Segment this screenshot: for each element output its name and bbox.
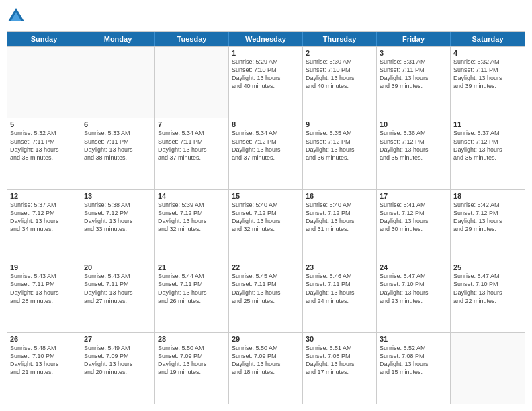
day-number: 14 xyxy=(158,192,226,200)
day-info: Sunrise: 5:50 AM Sunset: 7:09 PM Dayligh… xyxy=(232,344,300,377)
calendar-cell: 23Sunrise: 5:46 AM Sunset: 7:11 PM Dayli… xyxy=(303,261,377,332)
day-number: 2 xyxy=(306,49,373,57)
day-info: Sunrise: 5:46 AM Sunset: 7:11 PM Dayligh… xyxy=(306,272,373,305)
day-number: 22 xyxy=(232,263,300,271)
day-info: Sunrise: 5:40 AM Sunset: 7:12 PM Dayligh… xyxy=(306,201,373,234)
calendar-cell: 18Sunrise: 5:42 AM Sunset: 7:12 PM Dayli… xyxy=(451,190,525,261)
calendar-cell: 15Sunrise: 5:40 AM Sunset: 7:12 PM Dayli… xyxy=(229,190,303,261)
calendar-cell: 22Sunrise: 5:45 AM Sunset: 7:11 PM Dayli… xyxy=(229,261,303,332)
logo xyxy=(7,7,28,26)
day-info: Sunrise: 5:41 AM Sunset: 7:12 PM Dayligh… xyxy=(380,201,447,234)
day-number: 19 xyxy=(10,263,78,271)
day-number: 12 xyxy=(10,192,78,200)
day-number: 15 xyxy=(232,192,300,200)
day-info: Sunrise: 5:37 AM Sunset: 7:12 PM Dayligh… xyxy=(453,129,522,162)
day-number: 3 xyxy=(380,49,447,57)
calendar-row-1: 1Sunrise: 5:29 AM Sunset: 7:10 PM Daylig… xyxy=(7,46,525,118)
day-number: 7 xyxy=(158,120,226,128)
calendar-body: 1Sunrise: 5:29 AM Sunset: 7:10 PM Daylig… xyxy=(7,46,525,404)
day-header-sunday: Sunday xyxy=(7,32,81,46)
day-number: 6 xyxy=(84,120,152,128)
day-info: Sunrise: 5:34 AM Sunset: 7:11 PM Dayligh… xyxy=(158,129,226,162)
calendar-cell xyxy=(155,47,229,118)
calendar-cell: 24Sunrise: 5:47 AM Sunset: 7:10 PM Dayli… xyxy=(377,261,451,332)
calendar-row-2: 5Sunrise: 5:32 AM Sunset: 7:11 PM Daylig… xyxy=(7,118,525,189)
day-number: 8 xyxy=(232,120,300,128)
calendar-cell: 28Sunrise: 5:50 AM Sunset: 7:09 PM Dayli… xyxy=(155,333,229,404)
day-info: Sunrise: 5:31 AM Sunset: 7:11 PM Dayligh… xyxy=(380,58,447,91)
day-number: 24 xyxy=(380,263,447,271)
calendar-row-4: 19Sunrise: 5:43 AM Sunset: 7:11 PM Dayli… xyxy=(7,261,525,332)
day-info: Sunrise: 5:43 AM Sunset: 7:11 PM Dayligh… xyxy=(84,272,152,305)
day-number: 27 xyxy=(84,335,152,343)
day-info: Sunrise: 5:42 AM Sunset: 7:12 PM Dayligh… xyxy=(453,201,522,234)
day-number: 26 xyxy=(10,335,78,343)
day-info: Sunrise: 5:33 AM Sunset: 7:11 PM Dayligh… xyxy=(84,129,152,162)
calendar-cell: 10Sunrise: 5:36 AM Sunset: 7:12 PM Dayli… xyxy=(377,118,451,189)
day-number: 30 xyxy=(306,335,373,343)
day-info: Sunrise: 5:36 AM Sunset: 7:12 PM Dayligh… xyxy=(380,129,447,162)
calendar-cell: 14Sunrise: 5:39 AM Sunset: 7:12 PM Dayli… xyxy=(155,190,229,261)
day-header-friday: Friday xyxy=(377,32,451,46)
day-number: 25 xyxy=(453,263,522,271)
calendar-cell: 13Sunrise: 5:38 AM Sunset: 7:12 PM Dayli… xyxy=(81,190,155,261)
calendar-cell: 25Sunrise: 5:47 AM Sunset: 7:10 PM Dayli… xyxy=(451,261,525,332)
day-number: 29 xyxy=(232,335,300,343)
day-number: 13 xyxy=(84,192,152,200)
day-info: Sunrise: 5:52 AM Sunset: 7:08 PM Dayligh… xyxy=(380,344,447,377)
day-info: Sunrise: 5:49 AM Sunset: 7:09 PM Dayligh… xyxy=(84,344,152,377)
day-info: Sunrise: 5:37 AM Sunset: 7:12 PM Dayligh… xyxy=(10,201,78,234)
calendar-cell: 31Sunrise: 5:52 AM Sunset: 7:08 PM Dayli… xyxy=(377,333,451,404)
calendar-cell: 9Sunrise: 5:35 AM Sunset: 7:12 PM Daylig… xyxy=(303,118,377,189)
day-info: Sunrise: 5:35 AM Sunset: 7:12 PM Dayligh… xyxy=(306,129,373,162)
day-info: Sunrise: 5:50 AM Sunset: 7:09 PM Dayligh… xyxy=(158,344,226,377)
calendar-cell: 1Sunrise: 5:29 AM Sunset: 7:10 PM Daylig… xyxy=(229,47,303,118)
day-info: Sunrise: 5:47 AM Sunset: 7:10 PM Dayligh… xyxy=(453,272,522,305)
day-number: 9 xyxy=(306,120,373,128)
calendar-cell: 4Sunrise: 5:32 AM Sunset: 7:11 PM Daylig… xyxy=(451,47,525,118)
calendar-cell xyxy=(451,333,525,404)
day-info: Sunrise: 5:45 AM Sunset: 7:11 PM Dayligh… xyxy=(232,272,300,305)
day-number: 31 xyxy=(380,335,447,343)
day-number: 18 xyxy=(453,192,522,200)
day-info: Sunrise: 5:29 AM Sunset: 7:10 PM Dayligh… xyxy=(232,58,300,91)
calendar-cell: 5Sunrise: 5:32 AM Sunset: 7:11 PM Daylig… xyxy=(7,118,81,189)
calendar-cell: 20Sunrise: 5:43 AM Sunset: 7:11 PM Dayli… xyxy=(81,261,155,332)
day-number: 10 xyxy=(380,120,447,128)
calendar-cell: 30Sunrise: 5:51 AM Sunset: 7:08 PM Dayli… xyxy=(303,333,377,404)
day-info: Sunrise: 5:51 AM Sunset: 7:08 PM Dayligh… xyxy=(306,344,373,377)
calendar-cell: 19Sunrise: 5:43 AM Sunset: 7:11 PM Dayli… xyxy=(7,261,81,332)
day-header-tuesday: Tuesday xyxy=(155,32,229,46)
logo-icon xyxy=(7,7,26,26)
day-info: Sunrise: 5:47 AM Sunset: 7:10 PM Dayligh… xyxy=(380,272,447,305)
calendar-cell: 6Sunrise: 5:33 AM Sunset: 7:11 PM Daylig… xyxy=(81,118,155,189)
day-info: Sunrise: 5:39 AM Sunset: 7:12 PM Dayligh… xyxy=(158,201,226,234)
calendar-header: SundayMondayTuesdayWednesdayThursdayFrid… xyxy=(7,32,525,46)
calendar-cell xyxy=(7,47,81,118)
calendar-row-3: 12Sunrise: 5:37 AM Sunset: 7:12 PM Dayli… xyxy=(7,189,525,261)
day-info: Sunrise: 5:32 AM Sunset: 7:11 PM Dayligh… xyxy=(10,129,78,162)
day-number: 11 xyxy=(453,120,522,128)
calendar-cell: 8Sunrise: 5:34 AM Sunset: 7:12 PM Daylig… xyxy=(229,118,303,189)
page: SundayMondayTuesdayWednesdayThursdayFrid… xyxy=(0,0,532,411)
day-number: 16 xyxy=(306,192,373,200)
day-info: Sunrise: 5:30 AM Sunset: 7:10 PM Dayligh… xyxy=(306,58,373,91)
header xyxy=(7,7,525,26)
day-info: Sunrise: 5:32 AM Sunset: 7:11 PM Dayligh… xyxy=(453,58,522,91)
day-info: Sunrise: 5:34 AM Sunset: 7:12 PM Dayligh… xyxy=(232,129,300,162)
day-info: Sunrise: 5:40 AM Sunset: 7:12 PM Dayligh… xyxy=(232,201,300,234)
day-number: 4 xyxy=(453,49,522,57)
day-number: 5 xyxy=(10,120,78,128)
calendar-cell: 7Sunrise: 5:34 AM Sunset: 7:11 PM Daylig… xyxy=(155,118,229,189)
day-info: Sunrise: 5:38 AM Sunset: 7:12 PM Dayligh… xyxy=(84,201,152,234)
day-header-saturday: Saturday xyxy=(451,32,525,46)
calendar-cell: 26Sunrise: 5:48 AM Sunset: 7:10 PM Dayli… xyxy=(7,333,81,404)
day-number: 21 xyxy=(158,263,226,271)
day-number: 23 xyxy=(306,263,373,271)
day-number: 17 xyxy=(380,192,447,200)
day-header-wednesday: Wednesday xyxy=(229,32,303,46)
calendar-cell: 29Sunrise: 5:50 AM Sunset: 7:09 PM Dayli… xyxy=(229,333,303,404)
calendar-row-5: 26Sunrise: 5:48 AM Sunset: 7:10 PM Dayli… xyxy=(7,332,525,404)
calendar-cell: 2Sunrise: 5:30 AM Sunset: 7:10 PM Daylig… xyxy=(303,47,377,118)
calendar-cell: 17Sunrise: 5:41 AM Sunset: 7:12 PM Dayli… xyxy=(377,190,451,261)
